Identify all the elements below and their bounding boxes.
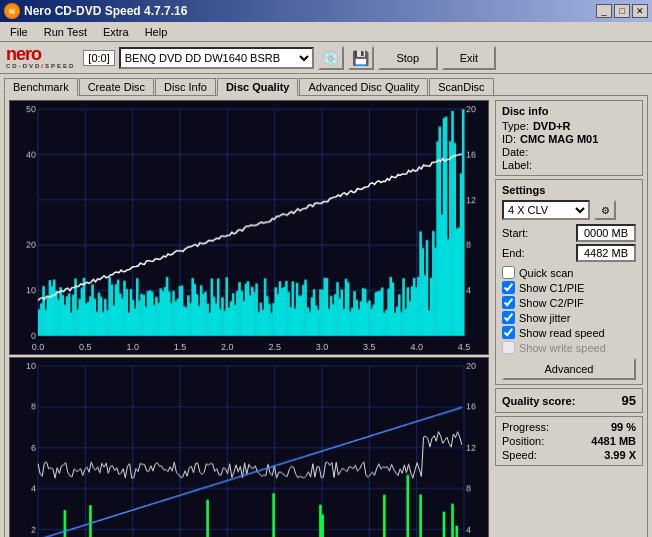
- right-panel: Disc info Type: DVD+R ID: CMC MAG M01 Da…: [495, 100, 643, 537]
- menu-file[interactable]: File: [2, 24, 36, 40]
- end-row: End:: [502, 244, 636, 262]
- progress-panel: Progress: 99 % Position: 4481 MB Speed: …: [495, 416, 643, 466]
- tab-disc-info[interactable]: Disc Info: [155, 78, 216, 96]
- menu-extra[interactable]: Extra: [95, 24, 137, 40]
- main-window: nero CD-DVD/SPEED [0:0] BENQ DVD DD DW16…: [0, 42, 652, 537]
- chart-bottom: [9, 357, 489, 537]
- menu-help[interactable]: Help: [137, 24, 176, 40]
- disc-label-row: Label:: [502, 159, 636, 171]
- logo-nero: nero: [6, 45, 75, 63]
- menu-runtest[interactable]: Run Test: [36, 24, 95, 40]
- quickscan-row: Quick scan: [502, 266, 636, 279]
- nero-logo: nero CD-DVD/SPEED: [6, 45, 75, 70]
- read-speed-checkbox[interactable]: [502, 326, 515, 339]
- tab-benchmark[interactable]: Benchmark: [4, 78, 78, 96]
- window-controls: _ □ ✕: [596, 4, 648, 18]
- progress-row: Progress: 99 %: [502, 421, 636, 433]
- maximize-button[interactable]: □: [614, 4, 630, 18]
- disc-info-title: Disc info: [502, 105, 636, 117]
- tab-scan-disc[interactable]: ScanDisc: [429, 78, 493, 96]
- tab-content: PI Errors Average: 3.77 Maximum: 32 Tota…: [4, 95, 648, 537]
- tab-bar: Benchmark Create Disc Disc Info Disc Qua…: [0, 74, 652, 95]
- drive-label: [0:0]: [83, 50, 114, 66]
- show-write-speed-row: Show write speed: [502, 341, 636, 354]
- chart-top-canvas: [10, 101, 488, 354]
- advanced-button[interactable]: Advanced: [502, 358, 636, 380]
- chart-bottom-canvas: [10, 358, 488, 537]
- logo-cddvdspeed: CD-DVD/SPEED: [6, 63, 75, 70]
- disc-type-row: Type: DVD+R: [502, 120, 636, 132]
- end-input[interactable]: [576, 244, 636, 262]
- c1pie-checkbox[interactable]: [502, 281, 515, 294]
- menu-bar: File Run Test Extra Help: [0, 22, 652, 42]
- show-c2pif-row: Show C2/PIF: [502, 296, 636, 309]
- minimize-button[interactable]: _: [596, 4, 612, 18]
- write-speed-checkbox[interactable]: [502, 341, 515, 354]
- exit-button[interactable]: Exit: [442, 46, 496, 70]
- save-button[interactable]: 💾: [348, 46, 374, 70]
- charts-area: PI Errors Average: 3.77 Maximum: 32 Tota…: [9, 100, 489, 537]
- settings-panel: Settings 4 X CLV ⚙ Start: End:: [495, 179, 643, 385]
- settings-title: Settings: [502, 184, 636, 196]
- start-input[interactable]: [576, 224, 636, 242]
- stop-button[interactable]: Stop: [378, 46, 438, 70]
- disc-id-row: ID: CMC MAG M01: [502, 133, 636, 145]
- disc-date-row: Date:: [502, 146, 636, 158]
- disc-icon-button[interactable]: 💿: [318, 46, 344, 70]
- speed-selector[interactable]: 4 X CLV: [502, 200, 590, 220]
- tab-disc-quality[interactable]: Disc Quality: [217, 78, 299, 96]
- show-read-speed-row: Show read speed: [502, 326, 636, 339]
- position-row: Position: 4481 MB: [502, 435, 636, 447]
- drive-selector[interactable]: BENQ DVD DD DW1640 BSRB: [119, 47, 314, 69]
- tab-create-disc[interactable]: Create Disc: [79, 78, 154, 96]
- c2pif-checkbox[interactable]: [502, 296, 515, 309]
- tab-advanced-disc-quality[interactable]: Advanced Disc Quality: [299, 78, 428, 96]
- quickscan-checkbox[interactable]: [502, 266, 515, 279]
- title-bar: N Nero CD-DVD Speed 4.7.7.16 _ □ ✕: [0, 0, 652, 22]
- toolbar: nero CD-DVD/SPEED [0:0] BENQ DVD DD DW16…: [0, 42, 652, 74]
- title-text: Nero CD-DVD Speed 4.7.7.16: [24, 4, 187, 18]
- close-button[interactable]: ✕: [632, 4, 648, 18]
- chart-top: [9, 100, 489, 355]
- start-row: Start:: [502, 224, 636, 242]
- jitter-checkbox[interactable]: [502, 311, 515, 324]
- app-icon: N: [4, 3, 20, 19]
- speed-icon-button[interactable]: ⚙: [594, 200, 616, 220]
- disc-info-panel: Disc info Type: DVD+R ID: CMC MAG M01 Da…: [495, 100, 643, 176]
- show-jitter-row: Show jitter: [502, 311, 636, 324]
- quality-score-panel: Quality score: 95: [495, 388, 643, 413]
- speed-row: Speed: 3.99 X: [502, 449, 636, 461]
- show-c1pie-row: Show C1/PIE: [502, 281, 636, 294]
- speed-row: 4 X CLV ⚙: [502, 200, 636, 220]
